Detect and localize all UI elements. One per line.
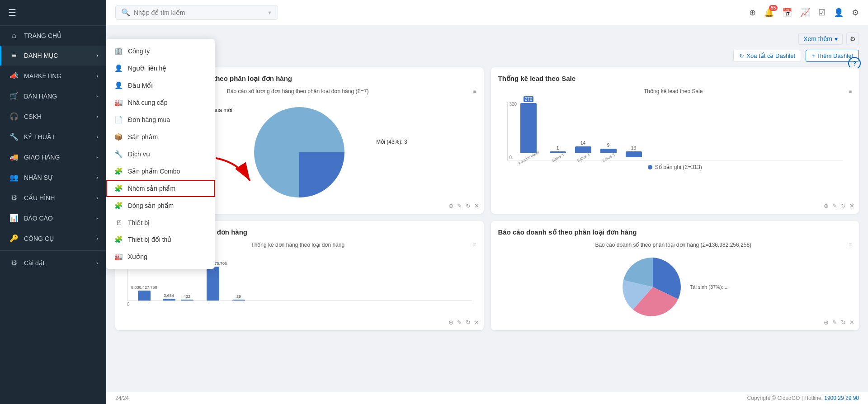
legend-dot xyxy=(648,165,652,169)
dropdown-arrow-icon: ▼ xyxy=(267,10,272,15)
chevron-right-icon: › xyxy=(96,93,98,99)
card-subtitle-4: Báo cáo doanh số theo phân loại đơn hàng… xyxy=(498,242,852,248)
sidebar-item-ban-hang[interactable]: 🛒 BÁN HÀNG › xyxy=(0,86,106,106)
expand-icon[interactable]: ⊕ xyxy=(824,202,829,209)
search-icon: 🔍 xyxy=(121,8,130,17)
expand-icon[interactable]: ⊕ xyxy=(448,319,453,326)
sidebar-label-cai-dat: Cài đặt xyxy=(24,259,96,267)
sidebar-label-danh-muc: DANH MỤC xyxy=(24,52,96,59)
home-icon: ⌂ xyxy=(9,32,19,40)
refresh-icon[interactable]: ↻ xyxy=(841,202,846,209)
card-actions-4: ⊕ ✎ ↻ ✕ xyxy=(824,319,854,326)
sidebar-label-trang-chu: TRANG CHỦ xyxy=(24,32,98,39)
expand-icon[interactable]: ⊕ xyxy=(448,202,453,209)
sidebar-item-cai-dat[interactable]: ⚙ Cài đặt › xyxy=(0,253,106,273)
dashboard-icon[interactable]: 📈 xyxy=(800,8,810,18)
refresh-icon[interactable]: ↻ xyxy=(466,202,471,209)
chevron-right-icon: › xyxy=(96,235,98,242)
edit-icon[interactable]: ✎ xyxy=(832,202,837,209)
notification-icon[interactable]: 🔔 55 xyxy=(764,8,774,18)
legend-label: Số bản ghi (Σ=313) xyxy=(655,164,702,170)
sidebar-item-cau-hinh[interactable]: ⚙ CẤU HÌNH › xyxy=(0,188,106,208)
sidebar-item-cskh[interactable]: 🎧 CSKH › xyxy=(0,106,106,127)
refresh-icon[interactable]: ↻ xyxy=(841,319,846,326)
card-actions-1: ⊕ ✎ ↻ ✕ xyxy=(448,202,479,209)
sidebar-item-bao-cao[interactable]: 📊 BÁO CÁO › xyxy=(0,208,106,228)
card-actions-3: ⊕ ✎ ↻ ✕ xyxy=(448,319,479,326)
card-bao-cao-don-hang: Báo cáo số lượng đơn hàng theo phân loại… xyxy=(115,67,484,214)
chevron-right-icon: › xyxy=(96,195,98,201)
bar-chart-lead: 320 0 276 Administrator 1 xyxy=(498,97,852,184)
card-title-2: Thống kê lead theo Sale xyxy=(498,75,852,83)
hamburger-icon[interactable]: ☰ xyxy=(8,7,16,18)
pie-chart-doanh-so: Tái sinh (37%): ... xyxy=(498,251,852,323)
card-title-3: Thống kê đơn hàng theo loại đơn hàng xyxy=(123,228,476,236)
edit-icon[interactable]: ✎ xyxy=(457,202,462,209)
marketing-icon: 📣 xyxy=(9,71,19,80)
dashboard-settings-button[interactable]: ⚙ xyxy=(846,33,859,45)
chevron-right-icon: › xyxy=(96,52,98,59)
sidebar-label-ban-hang: BÁN HÀNG xyxy=(24,93,96,100)
sidebar-label-giao-hang: GIAO HÀNG xyxy=(24,154,96,161)
cart-icon: 🛒 xyxy=(9,92,19,100)
search-input[interactable] xyxy=(134,9,264,16)
dashboard: ? Xem thêm ▾ ⚙ ↻ Xóa tất cả Dashlet + Th… xyxy=(106,25,868,392)
card-title-4: Báo cáo doanh số theo phân loại đơn hàng xyxy=(498,228,852,236)
tasks-icon[interactable]: ☑ xyxy=(818,8,826,18)
them-label: + Thêm Dashlet xyxy=(811,52,853,59)
y-max-label: 320 xyxy=(509,102,517,107)
close-icon[interactable]: ✕ xyxy=(849,319,854,326)
chevron-right-icon: › xyxy=(96,113,98,120)
search-box[interactable]: 🔍 ▼ xyxy=(115,5,278,20)
sidebar: ☰ ⌂ TRANG CHỦ ≡ DANH MỤC › 📣 MARKETING ›… xyxy=(0,0,106,404)
sidebar-item-trang-chu[interactable]: ⌂ TRANG CHỦ xyxy=(0,26,106,46)
sidebar-label-cskh: CSKH xyxy=(24,113,96,120)
chevron-right-icon: › xyxy=(96,174,98,181)
xem-them-button[interactable]: Xem thêm ▾ xyxy=(798,33,843,45)
truck-icon: 🚚 xyxy=(9,153,19,161)
chevron-down-icon: ▾ xyxy=(835,35,838,42)
xoa-dashlet-button[interactable]: ↻ Xóa tất cả Dashlet xyxy=(733,50,801,62)
people-icon: 👥 xyxy=(9,173,19,182)
chevron-right-icon: › xyxy=(96,154,98,160)
close-icon[interactable]: ✕ xyxy=(474,319,479,326)
sidebar-item-cong-cu[interactable]: 🔑 CÔNG CỤ › xyxy=(0,228,106,249)
sidebar-item-ky-thuat[interactable]: 🔧 KỸ THUẬT › xyxy=(0,127,106,147)
y-min-label: 0 xyxy=(509,155,512,160)
copyright-text: Copyright © CloudGO | Hotline: 1900 29 2… xyxy=(747,395,859,401)
close-icon[interactable]: ✕ xyxy=(474,202,479,209)
cards-grid: Báo cáo số lượng đơn hàng theo phân loại… xyxy=(115,67,859,330)
headset-icon: 🎧 xyxy=(9,112,19,121)
refresh-icon[interactable]: ↻ xyxy=(466,319,471,326)
calendar-icon[interactable]: 📅 xyxy=(782,8,792,18)
user-icon[interactable]: 👤 xyxy=(834,8,844,18)
wrench-icon: 🔧 xyxy=(9,132,19,141)
add-icon[interactable]: ⊕ xyxy=(749,8,756,18)
sidebar-item-giao-hang[interactable]: 🚚 GIAO HÀNG › xyxy=(0,147,106,167)
sidebar-label-cau-hinh: CẤU HÌNH xyxy=(24,194,96,202)
sidebar-label-cong-cu: CÔNG CỤ xyxy=(24,235,96,242)
card-subtitle-1: Báo cáo số lượng đơn hàng theo phân loại… xyxy=(123,88,476,94)
settings-topbar-icon[interactable]: ⚙ xyxy=(852,8,859,18)
pie-label-tai-sinh: Tái sinh mua mới(57%): 4 xyxy=(191,107,232,120)
settings-icon: ⚙ xyxy=(9,258,19,267)
edit-icon[interactable]: ✎ xyxy=(832,319,837,326)
card-thong-ke-don-hang: Thống kê đơn hàng theo loại đơn hàng Thố… xyxy=(115,221,484,330)
sidebar-item-nhan-su[interactable]: 👥 NHÂN SỰ › xyxy=(0,167,106,188)
refresh-icon: ↻ xyxy=(739,52,744,59)
notification-badge: 55 xyxy=(769,5,778,11)
bar-chart-don-hang: 80,000,000,000 8,030,427,758 3,684 xyxy=(123,251,476,320)
sidebar-item-marketing[interactable]: 📣 MARKETING › xyxy=(0,66,106,86)
hotline-text: 1900 29 29 90 xyxy=(824,395,859,401)
xem-them-label: Xem thêm xyxy=(803,35,832,42)
chevron-right-icon: › xyxy=(96,73,98,79)
topbar: 🔍 ▼ ⊕ 🔔 55 📅 📈 ☑ 👤 ⚙ xyxy=(106,0,868,25)
edit-icon[interactable]: ✎ xyxy=(457,319,462,326)
list-icon: ≡ xyxy=(9,52,19,60)
close-icon[interactable]: ✕ xyxy=(849,202,854,209)
card-title-1: Báo cáo số lượng đơn hàng theo phân loại… xyxy=(123,75,476,83)
footer: 24/24 Copyright © CloudGO | Hotline: 190… xyxy=(106,392,868,404)
sidebar-item-danh-muc[interactable]: ≡ DANH MỤC › xyxy=(0,46,106,66)
expand-icon[interactable]: ⊕ xyxy=(824,319,829,326)
chevron-right-icon: › xyxy=(96,215,98,221)
